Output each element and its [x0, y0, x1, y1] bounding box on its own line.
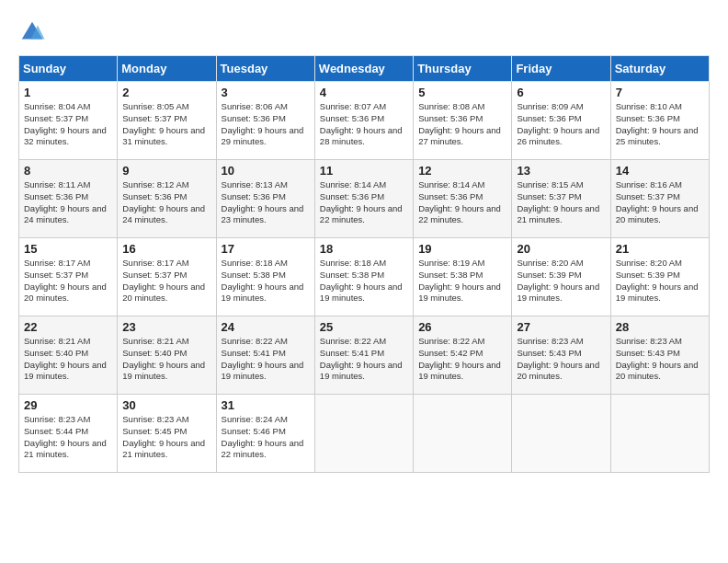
- day-number: 13: [517, 164, 605, 178]
- calendar-cell: 25 Sunrise: 8:22 AM Sunset: 5:41 PM Dayl…: [314, 316, 413, 395]
- day-number: 10: [222, 164, 310, 178]
- day-number: 8: [24, 164, 112, 178]
- cell-content: Sunrise: 8:17 AM Sunset: 5:37 PM Dayligh…: [24, 258, 112, 304]
- calendar-cell: 24 Sunrise: 8:22 AM Sunset: 5:41 PM Dayl…: [216, 316, 314, 395]
- calendar-cell: 4 Sunrise: 8:07 AM Sunset: 5:36 PM Dayli…: [314, 82, 413, 160]
- day-number: 29: [24, 398, 112, 412]
- calendar-cell: [314, 395, 413, 473]
- cell-content: Sunrise: 8:16 AM Sunset: 5:37 PM Dayligh…: [616, 179, 704, 226]
- calendar-cell: 19 Sunrise: 8:19 AM Sunset: 5:38 PM Dayl…: [414, 238, 512, 316]
- day-number: 1: [24, 86, 112, 99]
- day-number: 28: [616, 320, 704, 334]
- day-number: 7: [616, 86, 704, 99]
- day-number: 3: [222, 86, 310, 99]
- day-number: 27: [517, 320, 605, 334]
- day-number: 11: [320, 164, 408, 178]
- cell-content: Sunrise: 8:05 AM Sunset: 5:37 PM Dayligh…: [122, 101, 210, 148]
- weekday-header-friday: Friday: [512, 56, 610, 82]
- calendar-table: SundayMondayTuesdayWednesdayThursdayFrid…: [18, 55, 710, 473]
- day-number: 12: [418, 164, 506, 178]
- logo: [18, 18, 50, 46]
- day-number: 23: [122, 320, 210, 334]
- calendar-week-row: 8 Sunrise: 8:11 AM Sunset: 5:36 PM Dayli…: [19, 160, 710, 238]
- cell-content: Sunrise: 8:20 AM Sunset: 5:39 PM Dayligh…: [517, 258, 605, 304]
- cell-content: Sunrise: 8:06 AM Sunset: 5:36 PM Dayligh…: [222, 101, 310, 148]
- cell-content: Sunrise: 8:23 AM Sunset: 5:44 PM Dayligh…: [24, 414, 112, 461]
- day-number: 31: [222, 398, 310, 412]
- weekday-header-thursday: Thursday: [414, 56, 512, 82]
- calendar-week-row: 22 Sunrise: 8:21 AM Sunset: 5:40 PM Dayl…: [19, 316, 710, 395]
- calendar-cell: 5 Sunrise: 8:08 AM Sunset: 5:36 PM Dayli…: [414, 82, 512, 160]
- weekday-header-monday: Monday: [118, 56, 216, 82]
- calendar-cell: 18 Sunrise: 8:18 AM Sunset: 5:38 PM Dayl…: [314, 238, 413, 316]
- cell-content: Sunrise: 8:18 AM Sunset: 5:38 PM Dayligh…: [320, 258, 408, 304]
- cell-content: Sunrise: 8:07 AM Sunset: 5:36 PM Dayligh…: [320, 101, 408, 148]
- calendar-cell: 1 Sunrise: 8:04 AM Sunset: 5:37 PM Dayli…: [19, 82, 118, 160]
- calendar-cell: [610, 395, 709, 473]
- calendar-cell: 9 Sunrise: 8:12 AM Sunset: 5:36 PM Dayli…: [118, 160, 216, 238]
- cell-content: Sunrise: 8:14 AM Sunset: 5:36 PM Dayligh…: [320, 179, 408, 226]
- cell-content: Sunrise: 8:19 AM Sunset: 5:38 PM Dayligh…: [418, 258, 506, 304]
- cell-content: Sunrise: 8:14 AM Sunset: 5:36 PM Dayligh…: [418, 179, 506, 226]
- day-number: 18: [320, 242, 408, 256]
- cell-content: Sunrise: 8:13 AM Sunset: 5:36 PM Dayligh…: [222, 179, 310, 226]
- weekday-header-saturday: Saturday: [610, 56, 709, 82]
- calendar-cell: 7 Sunrise: 8:10 AM Sunset: 5:36 PM Dayli…: [610, 82, 709, 160]
- day-number: 14: [616, 164, 704, 178]
- day-number: 21: [616, 242, 704, 256]
- weekday-header-tuesday: Tuesday: [216, 56, 314, 82]
- calendar-cell: 10 Sunrise: 8:13 AM Sunset: 5:36 PM Dayl…: [216, 160, 314, 238]
- cell-content: Sunrise: 8:21 AM Sunset: 5:40 PM Dayligh…: [122, 336, 210, 383]
- calendar-cell: 12 Sunrise: 8:14 AM Sunset: 5:36 PM Dayl…: [414, 160, 512, 238]
- calendar-cell: 22 Sunrise: 8:21 AM Sunset: 5:40 PM Dayl…: [19, 316, 118, 395]
- cell-content: Sunrise: 8:08 AM Sunset: 5:36 PM Dayligh…: [418, 101, 506, 148]
- calendar-cell: 23 Sunrise: 8:21 AM Sunset: 5:40 PM Dayl…: [118, 316, 216, 395]
- calendar-cell: 11 Sunrise: 8:14 AM Sunset: 5:36 PM Dayl…: [314, 160, 413, 238]
- day-number: 17: [222, 242, 310, 256]
- weekday-header-sunday: Sunday: [19, 56, 118, 82]
- calendar-cell: 2 Sunrise: 8:05 AM Sunset: 5:37 PM Dayli…: [118, 82, 216, 160]
- weekday-header-wednesday: Wednesday: [314, 56, 413, 82]
- day-number: 6: [517, 86, 605, 99]
- day-number: 26: [418, 320, 506, 334]
- calendar-cell: 6 Sunrise: 8:09 AM Sunset: 5:36 PM Dayli…: [512, 82, 610, 160]
- calendar-cell: 21 Sunrise: 8:20 AM Sunset: 5:39 PM Dayl…: [610, 238, 709, 316]
- calendar-cell: 20 Sunrise: 8:20 AM Sunset: 5:39 PM Dayl…: [512, 238, 610, 316]
- cell-content: Sunrise: 8:11 AM Sunset: 5:36 PM Dayligh…: [24, 179, 112, 226]
- day-number: 16: [122, 242, 210, 256]
- day-number: 4: [320, 86, 408, 99]
- calendar-week-row: 15 Sunrise: 8:17 AM Sunset: 5:37 PM Dayl…: [19, 238, 710, 316]
- calendar-cell: 8 Sunrise: 8:11 AM Sunset: 5:36 PM Dayli…: [19, 160, 118, 238]
- calendar-cell: 17 Sunrise: 8:18 AM Sunset: 5:38 PM Dayl…: [216, 238, 314, 316]
- cell-content: Sunrise: 8:09 AM Sunset: 5:36 PM Dayligh…: [517, 101, 605, 148]
- cell-content: Sunrise: 8:24 AM Sunset: 5:46 PM Dayligh…: [222, 414, 310, 461]
- calendar-cell: 15 Sunrise: 8:17 AM Sunset: 5:37 PM Dayl…: [19, 238, 118, 316]
- calendar-cell: 26 Sunrise: 8:22 AM Sunset: 5:42 PM Dayl…: [414, 316, 512, 395]
- cell-content: Sunrise: 8:12 AM Sunset: 5:36 PM Dayligh…: [122, 179, 210, 226]
- calendar-cell: [414, 395, 512, 473]
- cell-content: Sunrise: 8:17 AM Sunset: 5:37 PM Dayligh…: [122, 258, 210, 304]
- calendar-cell: 16 Sunrise: 8:17 AM Sunset: 5:37 PM Dayl…: [118, 238, 216, 316]
- calendar-cell: 14 Sunrise: 8:16 AM Sunset: 5:37 PM Dayl…: [610, 160, 709, 238]
- cell-content: Sunrise: 8:20 AM Sunset: 5:39 PM Dayligh…: [616, 258, 704, 304]
- cell-content: Sunrise: 8:22 AM Sunset: 5:41 PM Dayligh…: [320, 336, 408, 383]
- calendar-cell: 29 Sunrise: 8:23 AM Sunset: 5:44 PM Dayl…: [19, 395, 118, 473]
- cell-content: Sunrise: 8:22 AM Sunset: 5:42 PM Dayligh…: [418, 336, 506, 383]
- weekday-header-row: SundayMondayTuesdayWednesdayThursdayFrid…: [19, 56, 710, 82]
- cell-content: Sunrise: 8:23 AM Sunset: 5:43 PM Dayligh…: [517, 336, 605, 383]
- calendar-cell: 27 Sunrise: 8:23 AM Sunset: 5:43 PM Dayl…: [512, 316, 610, 395]
- calendar-week-row: 29 Sunrise: 8:23 AM Sunset: 5:44 PM Dayl…: [19, 395, 710, 473]
- cell-content: Sunrise: 8:15 AM Sunset: 5:37 PM Dayligh…: [517, 179, 605, 226]
- cell-content: Sunrise: 8:04 AM Sunset: 5:37 PM Dayligh…: [24, 101, 112, 148]
- cell-content: Sunrise: 8:21 AM Sunset: 5:40 PM Dayligh…: [24, 336, 112, 383]
- header: [18, 18, 710, 46]
- day-number: 24: [222, 320, 310, 334]
- calendar-cell: 31 Sunrise: 8:24 AM Sunset: 5:46 PM Dayl…: [216, 395, 314, 473]
- cell-content: Sunrise: 8:18 AM Sunset: 5:38 PM Dayligh…: [222, 258, 310, 304]
- day-number: 22: [24, 320, 112, 334]
- cell-content: Sunrise: 8:23 AM Sunset: 5:45 PM Dayligh…: [122, 414, 210, 461]
- calendar-cell: 30 Sunrise: 8:23 AM Sunset: 5:45 PM Dayl…: [118, 395, 216, 473]
- calendar-cell: 3 Sunrise: 8:06 AM Sunset: 5:36 PM Dayli…: [216, 82, 314, 160]
- day-number: 9: [122, 164, 210, 178]
- day-number: 25: [320, 320, 408, 334]
